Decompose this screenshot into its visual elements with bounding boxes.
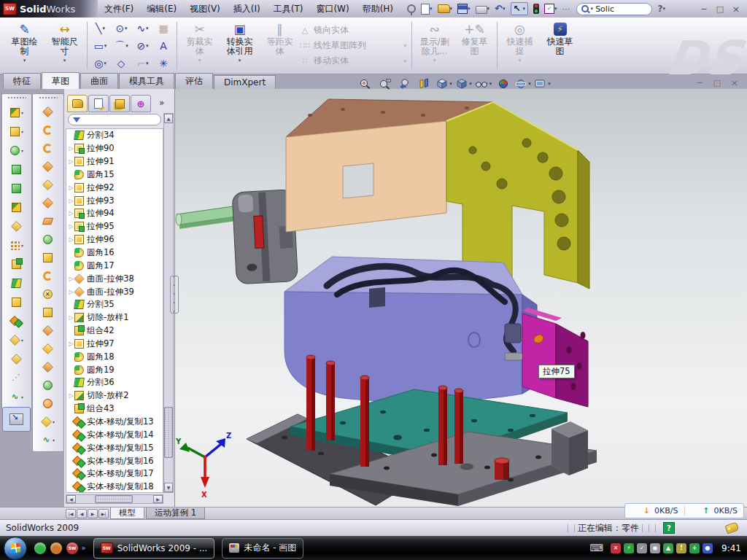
swept-boss-icon[interactable] <box>4 160 30 179</box>
curve2-icon[interactable]: ∿▾ <box>35 431 61 449</box>
smart-dimension-button[interactable]: ↔ 智能尺 寸▾ <box>44 19 85 72</box>
quick-snaps-button[interactable]: ◎ 快速捕 捉▾ <box>500 19 540 72</box>
dome-icon[interactable] <box>35 394 61 413</box>
part-cavity-block[interactable] <box>285 257 537 402</box>
part-side-block[interactable] <box>522 308 588 407</box>
point-icon[interactable]: ✳ <box>153 55 174 72</box>
menu-item[interactable]: 视图(V) <box>183 0 227 18</box>
document-tab[interactable]: 模型 <box>110 508 144 519</box>
update-icon[interactable]: ✓ <box>637 543 647 553</box>
ql-solidworks-icon[interactable]: SW <box>66 542 78 554</box>
part-base-plates[interactable] <box>247 389 597 506</box>
toolbar-drag-handle[interactable] <box>39 96 58 100</box>
planar-surface-icon[interactable] <box>35 212 61 230</box>
revolved-surface-icon[interactable] <box>35 103 61 121</box>
volume-icon[interactable]: ◉ <box>650 543 660 553</box>
mirror-entities-button[interactable]: △镜向实体 <box>300 24 409 36</box>
menu-item[interactable]: 插入(I) <box>227 0 267 18</box>
panel-tabs-overflow[interactable]: » <box>159 98 164 108</box>
spline-icon[interactable]: ∿▾ <box>132 20 153 37</box>
tree-item[interactable]: 圆角19 <box>66 363 163 376</box>
knit-surface-icon[interactable] <box>35 340 61 358</box>
search-input[interactable]: Solic <box>595 4 614 14</box>
expand-arrow-icon[interactable]: ▷ <box>68 236 74 243</box>
previous-view-icon[interactable] <box>395 77 414 91</box>
expand-arrow-icon[interactable]: ▷ <box>68 392 74 399</box>
tree-item[interactable]: 分割34 <box>66 129 163 142</box>
expand-arrow-icon[interactable]: ▷ <box>68 341 74 347</box>
taskbar-task-button[interactable]: 未命名 - 画图 <box>222 538 303 559</box>
lofted-surface-icon[interactable] <box>35 139 61 158</box>
ql-app-icon[interactable] <box>50 542 62 554</box>
ribbon-tab[interactable]: 特征 <box>3 73 41 89</box>
scroll-up-icon[interactable]: ▲ <box>164 114 173 123</box>
rib-icon[interactable] <box>4 217 30 236</box>
tree-item[interactable]: 分割35 <box>66 298 163 311</box>
search-dropdown-icon[interactable]: ▾ <box>591 6 594 12</box>
doc-close-button[interactable] <box>728 77 741 88</box>
offset-entities-button[interactable]: ∥ 等距实 体 <box>260 19 300 72</box>
zoom-to-area-icon[interactable] <box>376 77 394 91</box>
filled-surface-icon[interactable] <box>35 176 61 194</box>
keyboard-layout-icon[interactable]: ⌨ <box>589 543 603 553</box>
tab-dimxpertmanager[interactable]: ⊕ <box>131 95 151 112</box>
replace-face-icon[interactable] <box>35 303 61 322</box>
tree-item[interactable]: ▷ 曲面-拉伸38 <box>66 272 163 285</box>
vpn-icon[interactable]: ▲ <box>663 543 673 553</box>
minimize-button[interactable] <box>697 4 711 15</box>
tree-item[interactable]: ▷ 拉伸91 <box>66 155 163 168</box>
tab-configurationmanager[interactable] <box>109 95 130 112</box>
arc-icon[interactable]: ⌒▾ <box>111 37 132 55</box>
tab-nav-button[interactable]: ▶ <box>88 509 98 518</box>
scroll-thumb[interactable] <box>95 495 133 503</box>
chamfer-icon[interactable] <box>4 198 30 217</box>
new-file-icon[interactable]: ▾ <box>421 4 433 15</box>
boss-extrude-icon[interactable]: ▾ <box>4 103 30 122</box>
ribbon-tab[interactable]: 曲面 <box>80 73 118 89</box>
tree-item[interactable]: 圆角16 <box>66 246 163 260</box>
tree-item[interactable]: 实体-移动/复制16 <box>66 454 163 467</box>
tree-item[interactable]: 实体-移动/复制15 <box>66 441 163 454</box>
expand-arrow-icon[interactable]: ▷ <box>68 184 74 191</box>
extend-surface-icon[interactable] <box>35 267 61 285</box>
tree-item[interactable]: 组合43 <box>66 402 163 416</box>
doc-restore-button[interactable] <box>711 77 724 88</box>
menu-item[interactable]: 文件(F) <box>98 0 140 18</box>
menu-item[interactable]: 工具(T) <box>267 0 310 18</box>
3d-model[interactable]: X Y Z <box>175 89 747 507</box>
tree-filter-input[interactable] <box>68 114 161 125</box>
hide-show-items-icon[interactable] <box>474 77 492 91</box>
display-style-icon[interactable] <box>454 77 473 91</box>
sync-icon[interactable]: ● <box>703 543 713 553</box>
tree-item[interactable]: ▷ 拉伸97 <box>66 338 163 351</box>
ribbon-tab[interactable]: 模具工具 <box>119 73 174 89</box>
toolbar-overflow-icon[interactable]: ⋯ <box>562 4 570 14</box>
restore-button[interactable] <box>713 4 727 15</box>
tab-nav-button[interactable]: |◀ <box>66 509 76 518</box>
pin-icon[interactable] <box>407 4 416 13</box>
tab-nav-button[interactable]: ▶| <box>98 509 109 518</box>
zoom-fit-icon[interactable] <box>356 77 374 91</box>
expand-arrow-icon[interactable]: ▷ <box>68 158 74 165</box>
lofted-boss-icon[interactable] <box>4 179 30 198</box>
measure-tool-button[interactable] <box>2 407 31 432</box>
expand-arrow-icon[interactable]: ▷ <box>68 145 74 152</box>
tag-icon[interactable] <box>724 521 739 534</box>
circle-icon[interactable]: ⊙▾ <box>111 20 132 37</box>
expand-arrow-icon[interactable]: ▷ <box>68 223 74 230</box>
expand-arrow-icon[interactable]: ▷ <box>68 210 74 217</box>
thicken-icon[interactable] <box>35 358 61 376</box>
offset-surface-icon[interactable] <box>35 230 61 249</box>
undo-icon[interactable]: ↶▾ <box>495 4 505 14</box>
linear-sketch-pattern-button[interactable]: ∷∷线性草图阵列▾ <box>300 39 409 52</box>
tree-item[interactable]: ▷ 拉伸96 <box>66 233 163 246</box>
delete-body-icon[interactable] <box>4 292 30 311</box>
trim-surface-icon[interactable] <box>35 322 61 340</box>
edit-appearance-icon[interactable] <box>494 77 512 91</box>
tree-item[interactable]: 实体-移动/复制18 <box>66 481 163 493</box>
save-icon[interactable]: ▾ <box>457 4 471 14</box>
delete-face-icon[interactable]: ✕ <box>35 285 61 303</box>
ellipse-icon[interactable]: ⊘▾ <box>132 37 153 55</box>
select-tool-button[interactable]: ↖▾ <box>511 2 529 15</box>
close-button[interactable] <box>729 4 743 15</box>
